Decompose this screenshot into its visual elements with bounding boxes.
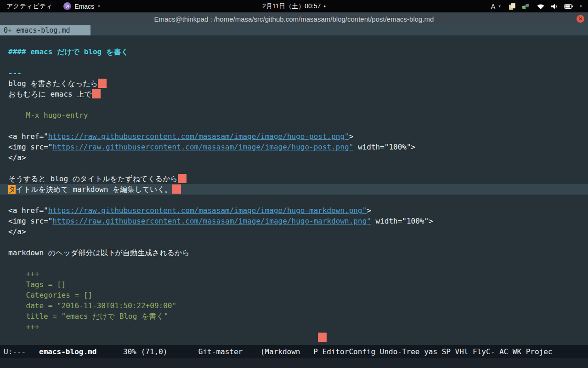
text-segment: </a> [8,227,26,236]
buffer-line[interactable]: <img src="https://raw.githubusercontent.… [8,142,588,152]
code-block-text: title = "emacs だけで Blog を書く" [8,312,168,321]
buffer-line[interactable] [8,237,588,247]
buffer-line[interactable]: date = "2016-11-30T01:50:22+09:00" [8,300,588,311]
buffer-line[interactable]: </a> [8,226,588,237]
chevron-down-icon: ▼ [579,5,582,8]
trailing-whitespace-marker [178,174,187,183]
panel-left: アクティビティ e Emacs ▼ [0,2,101,11]
extension-tray-icon[interactable] [522,3,529,10]
code-block-text: +++ [8,270,39,278]
code-block-text: Categories = [] [8,291,92,299]
text-segment: P EditorConfig Undo-Tree yas SP VHl FlyC… [313,347,552,356]
text-segment: width="100%"> [353,143,415,151]
buffer-line[interactable]: markdown のヘッダ部分は以下が自動生成されるから [8,247,588,258]
activities-button[interactable]: アクティビティ [5,2,54,11]
buffer-line[interactable]: おもむろに emacs 上で [8,89,588,99]
code-block-text: Tags = [] [8,280,66,289]
buffer-line[interactable]: --- [8,68,588,78]
mode-line-buffer-name: emacs-blog.md [39,347,96,356]
url-link[interactable]: https://raw.githubusercontent.com/masasa… [48,132,349,141]
buffer-line[interactable]: </a> [8,152,588,163]
text-segment: <a href=" [8,206,48,215]
buffer-line[interactable] [8,57,588,68]
text-segment: markdown のヘッダ部分は以下が自動生成されるから [8,248,190,257]
emacs-icon: e [63,2,71,10]
echo-area[interactable] [0,358,588,368]
buffer-line[interactable]: U:--- emacs-blog.md 30% (71,0) Git-maste… [0,345,588,358]
chevron-down-icon: ▼ [498,5,501,8]
close-icon[interactable]: × [577,15,584,23]
buffer-line[interactable]: <img src="https://raw.githubusercontent.… [8,216,588,226]
trailing-whitespace-marker [98,79,107,88]
buffer-line[interactable]: blog を書きたくなったら [8,78,588,89]
app-menu[interactable]: e Emacs ▼ [63,2,101,10]
text-segment: width="100%"> [371,217,433,225]
text-segment: > [349,132,354,141]
text-segment: > [367,206,371,215]
text-segment: <a href=" [8,132,48,141]
trailing-whitespace-marker [172,184,181,194]
buffer-line[interactable]: M-x hugo-entry [8,110,588,121]
system-status-area[interactable]: ▼ [537,3,582,10]
text-segment: U:--- [4,347,39,356]
text-cursor: タ [8,185,16,194]
panel-right: A ▼ ▼ [491,3,588,10]
clock-label: 2月11日（土）00:57 [262,2,321,11]
buffer-line[interactable]: Categories = [] [8,290,588,300]
input-method-button[interactable]: A ▼ [491,3,501,10]
app-menu-label: Emacs [74,3,94,10]
text-segment: blog を書きたくなったら [8,79,98,88]
buffer-line[interactable]: <a href="https://raw.githubusercontent.c… [8,205,588,216]
notification-dot-icon: ● [323,4,326,8]
clock-button[interactable]: 2月11日（土）00:57 ● [262,2,326,11]
text-segment: 30% (71,0) Git-master (Markdown [96,347,313,356]
input-method-label: A [491,3,495,10]
buffer-line[interactable]: title = "emacs だけで Blog を書く" [8,311,588,322]
window-title-bar[interactable]: Emacs@thinkpad : /home/masa/src/github.c… [0,12,588,25]
buffer-line[interactable]: そうすると blog のタイトルをたずねてくるから [8,173,588,184]
text-segment: <img src=" [8,143,52,151]
chevron-down-icon: ▼ [97,5,101,8]
buffer-line[interactable] [8,99,588,110]
buffer-line[interactable] [8,121,588,131]
buffer-line[interactable]: Tags = [] [8,279,588,290]
text-segment: そうすると blog のタイトルをたずねてくるから [8,174,178,183]
text-segment: イトルを決めて markdown を編集していく。 [16,185,172,194]
url-link[interactable]: https://raw.githubusercontent.com/masasa… [52,143,353,151]
current-line[interactable]: タイトルを決めて markdown を編集していく。 [0,184,588,195]
buffer-line[interactable]: <a href="https://raw.githubusercontent.c… [8,131,588,142]
battery-icon [564,4,573,9]
url-link[interactable]: https://raw.githubusercontent.com/masasa… [52,217,371,225]
trailing-whitespace-marker [318,333,327,342]
mode-line[interactable]: U:--- emacs-blog.md 30% (71,0) Git-maste… [0,345,588,358]
code-block-text: M-x hugo-entry [8,111,88,120]
buffer-line[interactable] [8,195,588,205]
text-segment: おもむろに emacs 上で [8,90,92,98]
buffer-line[interactable]: #### emacs だけで blog を書く [8,46,588,57]
tab-bar: 0+ emacs-blog.md [0,25,588,35]
trailing-whitespace-marker [92,89,101,98]
markdown-heading-text: #### emacs だけで blog を書く [8,47,129,56]
url-link[interactable]: https://raw.githubusercontent.com/masasa… [48,206,367,215]
window-title: Emacs@thinkpad : /home/masa/src/github.c… [154,15,434,23]
editor-buffer[interactable]: #### emacs だけで blog を書く ---blog を書きたくなった… [0,35,588,345]
buffer-line[interactable]: +++ [8,269,588,279]
wifi-icon [537,3,545,10]
markdown-heading-text: --- [8,69,22,77]
code-block-text: +++ [8,322,39,331]
text-segment: </a> [8,153,26,162]
code-block-text: date = "2016-11-30T01:50:22+09:00" [8,301,176,310]
text-segment: <img src=" [8,217,52,225]
tab-emacs-blog-md[interactable]: 0+ emacs-blog.md [0,25,90,35]
text-segment [8,333,318,342]
tray-icons [509,3,529,10]
files-tray-icon[interactable] [509,3,516,10]
buffer-line[interactable]: +++ [8,322,588,332]
buffer-line[interactable] [8,258,588,269]
buffer-line[interactable] [8,332,588,343]
buffer-line[interactable] [8,163,588,173]
volume-icon [551,3,558,10]
top-panel: アクティビティ e Emacs ▼ 2月11日（土）00:57 ● A ▼ [0,0,588,12]
